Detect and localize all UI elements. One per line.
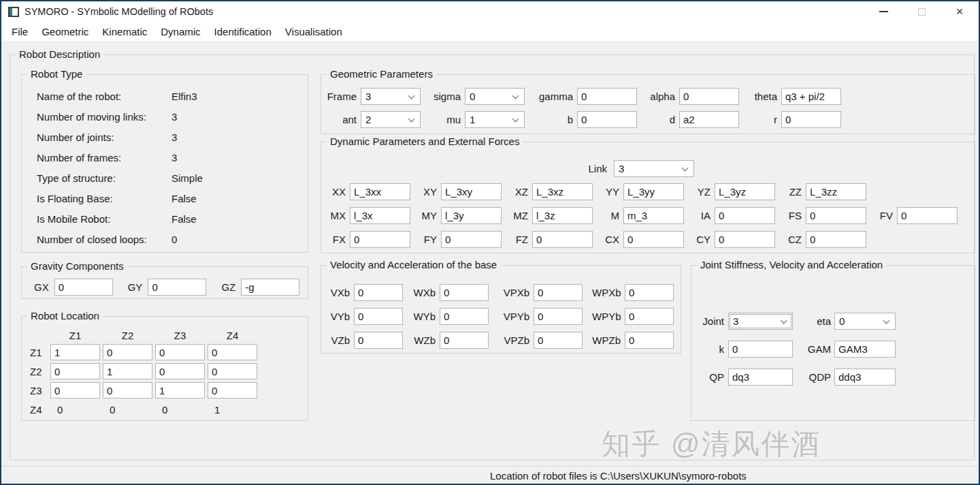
yz-input[interactable] — [715, 183, 775, 200]
joint-combo[interactable]: 3 — [728, 313, 793, 330]
qdp-input[interactable] — [834, 369, 896, 386]
k-label: k — [691, 343, 724, 355]
gx-input[interactable] — [54, 279, 113, 296]
ia-input[interactable] — [715, 207, 775, 224]
maximize-icon — [918, 8, 926, 16]
fz-input[interactable] — [532, 231, 593, 248]
field-value: 3 — [172, 152, 177, 163]
row-header: Z3 — [30, 385, 48, 396]
ant-label: ant — [321, 114, 357, 125]
wpxb-input[interactable] — [625, 284, 674, 301]
vpzb-input[interactable] — [534, 332, 583, 349]
my-input[interactable] — [441, 207, 502, 224]
yy-label: YY — [599, 186, 619, 198]
dynamic-row-1: XX XY XZ YY YZ ZZ — [325, 183, 975, 200]
qp-label: QP — [691, 371, 724, 383]
menu-kinematic[interactable]: Kinematic — [95, 22, 154, 41]
cy-label: CY — [690, 234, 710, 245]
matrix-input-02[interactable] — [155, 344, 205, 360]
matrix-input-20[interactable] — [50, 382, 100, 398]
maximize-button[interactable] — [902, 1, 941, 22]
eta-combo[interactable]: 0 — [834, 313, 896, 330]
wxb-input[interactable] — [440, 284, 489, 301]
link-combo[interactable]: 3 — [614, 160, 694, 177]
fv-field: FV — [872, 207, 958, 224]
r-field: r — [709, 111, 841, 128]
vzb-input[interactable] — [354, 332, 403, 349]
cy-input[interactable] — [715, 231, 775, 248]
matrix-static-32: 0 — [155, 404, 205, 416]
wzb-input[interactable] — [440, 332, 489, 349]
matrix-input-01[interactable] — [103, 344, 152, 360]
r-input[interactable] — [781, 111, 841, 128]
yz-label: YZ — [690, 186, 710, 198]
matrix-input-10[interactable] — [50, 363, 100, 379]
wzb-label: WZb — [407, 334, 436, 346]
gam-input[interactable] — [834, 341, 896, 358]
zz-input[interactable] — [806, 183, 866, 200]
mz-label: MZ — [508, 210, 528, 221]
vxb-input[interactable] — [354, 284, 403, 301]
menu-file[interactable]: File — [5, 22, 35, 41]
wpzb-label: WPZb — [592, 334, 621, 346]
menu-identification[interactable]: Identification — [208, 22, 278, 41]
dynamic-parameters-group: Dynamic Parameters and External Forces L… — [321, 142, 975, 253]
m-input[interactable] — [623, 207, 684, 224]
xz-input[interactable] — [532, 183, 593, 200]
fs-input[interactable] — [806, 207, 866, 224]
matrix-input-13[interactable] — [208, 363, 257, 379]
fy-input[interactable] — [441, 231, 502, 248]
menu-dynamic[interactable]: Dynamic — [154, 22, 207, 41]
vyb-input[interactable] — [354, 308, 403, 325]
xz-label: XZ — [508, 186, 528, 198]
matrix-static-33: 1 — [208, 404, 257, 416]
xx-input[interactable] — [350, 183, 410, 200]
frame-combo-value: 3 — [365, 91, 371, 102]
wpyb-field: WPYb — [592, 308, 674, 325]
qp-input[interactable] — [728, 369, 793, 386]
close-button[interactable]: × — [941, 1, 979, 22]
menu-geometric[interactable]: Geometric — [35, 22, 95, 41]
chevron-down-icon — [682, 164, 689, 171]
gam-label: GAM — [793, 343, 831, 355]
geometric-parameters-label: Geometric Parameters — [327, 68, 436, 80]
wpyb-input[interactable] — [625, 308, 674, 325]
gz-input[interactable] — [241, 279, 299, 296]
mx-input[interactable] — [350, 207, 410, 224]
fv-input[interactable] — [897, 207, 958, 224]
matrix-input-21[interactable] — [103, 382, 152, 398]
menu-visualisation[interactable]: Visualisation — [278, 22, 349, 41]
matrix-input-00[interactable] — [50, 344, 100, 360]
vpyb-input[interactable] — [534, 308, 583, 325]
matrix-input-12[interactable] — [155, 363, 205, 379]
vzb-label: VZb — [321, 334, 350, 346]
vpxb-input[interactable] — [534, 284, 583, 301]
cx-input[interactable] — [623, 231, 684, 248]
velocity-row-2: VYb WYb VPYb WPYb — [321, 308, 681, 325]
k-input[interactable] — [728, 341, 793, 358]
field-label: Is Floating Base: — [22, 193, 172, 204]
yy-input[interactable] — [623, 183, 684, 200]
matrix-input-11[interactable] — [103, 363, 152, 379]
mz-input[interactable] — [532, 207, 593, 224]
link-field: Link 3 — [539, 160, 694, 177]
theta-input[interactable] — [781, 88, 841, 105]
wyb-input[interactable] — [440, 308, 489, 325]
gy-input[interactable] — [148, 279, 206, 296]
robot-type-row: Name of the robot:Elfin3 — [22, 86, 308, 106]
minimize-button[interactable] — [864, 1, 902, 22]
matrix-input-22[interactable] — [155, 382, 205, 398]
matrix-input-23[interactable] — [208, 382, 257, 398]
cz-input[interactable] — [806, 231, 866, 248]
robot-type-label: Robot Type — [27, 68, 86, 80]
fx-label: FX — [325, 234, 346, 245]
row-header: Z4 — [30, 404, 48, 416]
base-velocity-label: Velocity and Acceleration of the base — [327, 259, 500, 270]
wpzb-input[interactable] — [625, 332, 674, 349]
col-header: Z1 — [50, 330, 100, 341]
xy-input[interactable] — [441, 183, 502, 200]
wxb-label: WXb — [407, 287, 436, 298]
dynamic-row-3: FX FY FZ CX CY CZ — [325, 231, 975, 248]
fx-input[interactable] — [350, 231, 410, 248]
matrix-input-03[interactable] — [208, 344, 257, 360]
